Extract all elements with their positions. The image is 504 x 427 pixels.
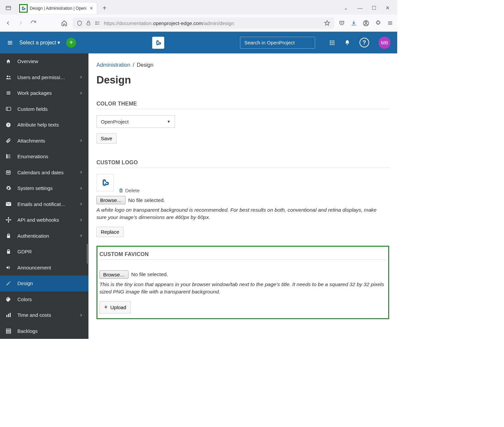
chevron-right-icon — [79, 75, 83, 79]
svg-point-27 — [9, 76, 10, 77]
lock-icon — [86, 20, 91, 26]
sidebar-item-label: Authentication — [17, 233, 73, 239]
svg-point-45 — [7, 173, 8, 173]
app-menu-icon[interactable] — [387, 20, 393, 26]
sidebar-item-overview[interactable]: Overview — [0, 53, 88, 69]
sidebar-item-attribute-help-texts[interactable]: ?Attribute help texts — [0, 117, 88, 133]
logo-file-status: No file selected. — [128, 197, 165, 203]
fields-icon — [5, 106, 11, 111]
svg-rect-23 — [330, 44, 331, 45]
close-window-button[interactable]: ✕ — [386, 5, 390, 11]
account-icon[interactable] — [363, 20, 369, 26]
minimize-button[interactable]: — — [357, 5, 362, 11]
sidebar-item-attachments[interactable]: Attachments — [0, 133, 88, 149]
svg-point-8 — [365, 21, 367, 23]
upload-favicon-button[interactable]: + Upload — [99, 301, 131, 313]
sidebar-item-enumerations[interactable]: 123Enumerations — [0, 149, 88, 165]
upload-label: Upload — [110, 304, 127, 310]
sidebar-item-announcement[interactable]: Announcement — [0, 260, 88, 276]
custom-favicon-highlighted-section: CUSTOM FAVICON Browse… No file selected.… — [96, 246, 389, 319]
cost-icon — [5, 312, 11, 318]
browse-logo-button[interactable]: Browse… — [96, 196, 125, 204]
list-icon — [5, 90, 11, 96]
section-heading-custom-favicon: CUSTOM FAVICON — [99, 251, 386, 260]
sidebar-item-users-and-permissi[interactable]: Users and permissi… — [0, 69, 88, 85]
sidebar-item-time-and-costs[interactable]: Time and costs — [0, 307, 88, 323]
sidebar-item-gdpr[interactable]: GDPR — [0, 244, 88, 260]
new-tab-button[interactable]: + — [102, 4, 106, 12]
back-button[interactable] — [4, 19, 12, 27]
tab-close-icon[interactable]: × — [88, 5, 94, 11]
notifications-icon[interactable] — [344, 40, 350, 45]
save-button[interactable]: Save — [96, 133, 116, 144]
avatar[interactable]: MB — [379, 37, 391, 49]
sidebar-item-work-packages[interactable]: Work packages — [0, 85, 88, 101]
section-heading-color-theme: COLOR THEME — [96, 101, 389, 109]
app-logo[interactable] — [152, 37, 164, 49]
help-icon[interactable]: ? — [359, 38, 369, 47]
tab-favicon-highlight — [19, 4, 28, 13]
sidebar-item-api-and-webhooks[interactable]: API and webhooks — [0, 212, 88, 228]
plus-icon: + — [104, 304, 108, 311]
downloads-icon[interactable] — [351, 20, 357, 26]
search-icon — [310, 40, 311, 45]
svg-text:3: 3 — [6, 157, 7, 159]
home-button[interactable] — [60, 19, 68, 27]
help-icon: ? — [5, 122, 11, 128]
sidebar-item-label: Announcement — [17, 265, 83, 270]
project-select[interactable]: Select a project ▾ — [19, 39, 60, 46]
calendar-icon — [5, 170, 11, 175]
sidebar-item-authentication[interactable]: Authentication — [0, 228, 88, 244]
forward-button[interactable] — [17, 19, 25, 27]
chevron-right-icon — [79, 202, 83, 206]
svg-rect-25 — [333, 44, 334, 45]
section-heading-custom-logo: CUSTOM LOGO — [96, 160, 389, 168]
svg-point-47 — [9, 173, 9, 173]
svg-rect-2 — [87, 23, 90, 25]
sidebar-item-label: Emails and notificat… — [17, 201, 73, 207]
svg-text:?: ? — [7, 123, 9, 127]
sidebar-toggle-icon[interactable] — [7, 39, 13, 46]
color-theme-select[interactable]: OpenProject ▼ — [96, 115, 175, 128]
color-theme-selected: OpenProject — [101, 119, 129, 125]
breadcrumb-root[interactable]: Administration — [96, 62, 130, 68]
svg-point-55 — [8, 222, 9, 222]
sidebar-item-label: Enumerations — [17, 154, 83, 159]
recent-tabs-icon[interactable] — [5, 4, 12, 12]
bookmark-star-icon[interactable] — [324, 20, 330, 26]
design-icon — [5, 281, 11, 286]
search-box[interactable] — [240, 37, 315, 49]
sidebar-item-design[interactable]: Design — [0, 275, 88, 291]
chevron-right-icon — [79, 186, 83, 190]
browser-tab[interactable]: Design | Administration | OpenP × — [17, 2, 97, 14]
logo-preview — [96, 174, 114, 191]
sidebar-item-label: Colors — [17, 296, 83, 302]
search-input[interactable] — [244, 40, 308, 45]
addr-bar-right — [339, 20, 393, 26]
sidebar-item-emails-and-notificat[interactable]: Emails and notificat… — [0, 196, 88, 212]
sidebar-item-system-settings[interactable]: System settings — [0, 180, 88, 196]
tabs-dropdown-icon[interactable]: ⌄ — [344, 5, 348, 11]
quick-add-button[interactable]: + — [66, 38, 76, 48]
delete-logo-link[interactable]: Delete — [118, 188, 140, 193]
chevron-right-icon — [79, 234, 83, 238]
sidebar-item-label: Attachments — [17, 138, 73, 144]
replace-button[interactable]: Replace — [96, 227, 123, 237]
sidebar-item-colors[interactable]: Colors — [0, 291, 88, 307]
extensions-icon[interactable] — [375, 20, 381, 26]
sidebar-item-custom-fields[interactable]: Custom fields — [0, 101, 88, 117]
sidebar-item-backlogs[interactable]: Backlogs — [0, 323, 88, 339]
sidebar: OverviewUsers and permissi…Work packages… — [0, 53, 88, 339]
pocket-icon[interactable] — [339, 20, 345, 26]
sidebar-item-calendars-and-dates[interactable]: Calendars and dates — [0, 165, 88, 181]
browse-favicon-button[interactable]: Browse… — [99, 270, 129, 279]
page-title: Design — [96, 74, 389, 86]
maximize-button[interactable]: ☐ — [372, 5, 376, 11]
delete-label: Delete — [125, 188, 140, 193]
reload-button[interactable] — [29, 19, 37, 27]
sidebar-item-label: API and webhooks — [17, 217, 73, 223]
svg-rect-24 — [332, 44, 333, 45]
browser-chrome: Design | Administration | OpenP × + ⌄ — … — [0, 0, 397, 32]
url-box[interactable]: https://documentation.openproject-edge.c… — [73, 17, 334, 29]
modules-icon[interactable] — [329, 40, 335, 46]
